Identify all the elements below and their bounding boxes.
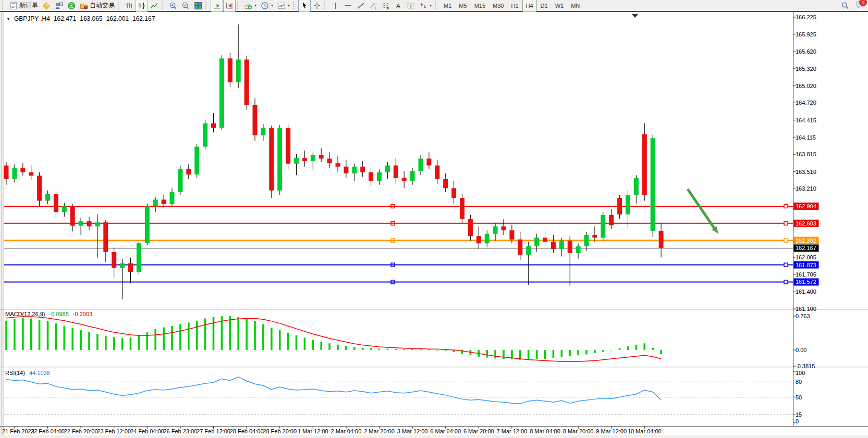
- rsi-line: [6, 377, 661, 404]
- svg-text:A: A: [396, 2, 401, 9]
- search-button[interactable]: [839, 0, 851, 12]
- timeframe-button-W1[interactable]: W1: [552, 0, 568, 12]
- rsi-level-lines: [4, 382, 793, 415]
- trendline-button[interactable]: [354, 0, 367, 12]
- notifications-button[interactable]: 1: [855, 0, 865, 11]
- horizontal-line-icon: [344, 2, 352, 10]
- svg-text:8 Mar 04:00: 8 Mar 04:00: [530, 428, 560, 434]
- chevron-down-icon[interactable]: ▾: [271, 3, 273, 8]
- zoom-in-button[interactable]: [167, 0, 179, 12]
- navigator-button[interactable]: [65, 0, 78, 12]
- periods-button[interactable]: ▾: [259, 0, 275, 12]
- hline-162.603[interactable]: [4, 221, 793, 225]
- toolbar-grip[interactable]: [2, 2, 6, 9]
- svg-text:161.873: 161.873: [796, 262, 816, 268]
- text-button[interactable]: A: [392, 0, 405, 12]
- horizontal-line-button[interactable]: [342, 0, 354, 12]
- rsi-name: RSI(14): [5, 370, 25, 376]
- zoom-out-button[interactable]: [179, 0, 192, 12]
- market-watch-button[interactable]: [40, 0, 53, 12]
- templates-button[interactable]: ▾: [275, 0, 292, 12]
- market-watch-icon: [42, 2, 51, 10]
- text-label-icon: T: [407, 2, 415, 10]
- chevron-down-icon[interactable]: ▾: [254, 3, 256, 8]
- svg-text:28 Feb 20:00: 28 Feb 20:00: [263, 428, 297, 434]
- timeframe-button-H4[interactable]: H4: [522, 0, 537, 12]
- toolbar-grip[interactable]: [118, 2, 121, 9]
- svg-text:28 Feb 04:00: 28 Feb 04:00: [230, 428, 264, 434]
- trend-arrow-annotation[interactable]: [688, 189, 718, 234]
- svg-text:21 Feb 2023: 21 Feb 2023: [2, 428, 34, 434]
- chevron-down-icon[interactable]: ▾: [430, 3, 432, 8]
- chevron-down-icon[interactable]: ▾: [288, 3, 290, 8]
- timeframe-button-H1[interactable]: H1: [507, 0, 522, 12]
- rsi-axis: 1008050150: [793, 370, 805, 424]
- toolbar-grip[interactable]: [324, 2, 328, 9]
- svg-text:2 Mar 04:00: 2 Mar 04:00: [331, 428, 362, 434]
- chart-collapse-icon[interactable]: ▼: [6, 17, 10, 21]
- data-window-button[interactable]: [53, 0, 65, 12]
- hline-162.302[interactable]: [4, 239, 793, 242]
- new-order-icon: [9, 2, 18, 10]
- svg-text:161.100: 161.100: [796, 306, 816, 312]
- chart-shift-marker[interactable]: [632, 14, 638, 18]
- bar-chart-button[interactable]: [123, 0, 136, 12]
- line-chart-button[interactable]: [148, 0, 161, 12]
- svg-text:163.510: 163.510: [796, 169, 816, 175]
- crosshair-icon: [313, 2, 321, 10]
- mt4-window: { "toolbar": { "new_order_label": "新订单",…: [0, 0, 868, 438]
- bar-chart-icon: [125, 2, 133, 10]
- svg-text:23 Feb 12:00: 23 Feb 12:00: [97, 428, 131, 434]
- timeframe-button-M1[interactable]: M1: [440, 0, 455, 12]
- timeframe-button-M15[interactable]: M15: [471, 0, 489, 12]
- crosshair-button[interactable]: [311, 0, 323, 12]
- fibonacci-button[interactable]: F: [380, 0, 392, 12]
- hline-162.904[interactable]: [4, 204, 793, 208]
- timeframe-button-MN[interactable]: MN: [567, 0, 583, 12]
- candlestick-series[interactable]: [4, 24, 664, 299]
- toolbar-grip[interactable]: [435, 2, 438, 9]
- svg-text:0.00: 0.00: [796, 347, 806, 353]
- timeframe-button-M5[interactable]: M5: [455, 0, 470, 12]
- candlestick-chart-button[interactable]: [136, 0, 148, 12]
- zoom-in-icon: [169, 2, 177, 10]
- svg-text:15: 15: [796, 411, 802, 418]
- svg-text:161.400: 161.400: [796, 289, 816, 295]
- arrows-button[interactable]: ▾: [417, 0, 434, 12]
- svg-text:50: 50: [796, 394, 802, 401]
- svg-text:3 Mar 12:00: 3 Mar 12:00: [397, 428, 428, 434]
- rsi-value: 44.1038: [29, 370, 50, 376]
- vertical-line-icon: [332, 2, 340, 10]
- svg-text:-0.3815: -0.3815: [796, 363, 815, 369]
- new-order-button[interactable]: 新订单: [7, 0, 40, 12]
- cursor-button[interactable]: [298, 0, 311, 12]
- timeframe-button-D1[interactable]: D1: [537, 0, 552, 12]
- toolbar-grip[interactable]: [162, 2, 165, 9]
- new-order-button-label: 新订单: [19, 1, 38, 10]
- svg-text:162.904: 162.904: [796, 203, 816, 209]
- svg-text:166.225: 166.225: [796, 14, 816, 20]
- vertical-line-button[interactable]: [329, 0, 342, 12]
- ohlc-high: 163.065: [80, 15, 102, 22]
- indicators-button[interactable]: ▾: [242, 0, 259, 12]
- date-axis[interactable]: 21 Feb 202322 Feb 04:0022 Feb 20:0023 Fe…: [2, 426, 662, 434]
- toolbar-grip[interactable]: [293, 2, 297, 9]
- text-label-button[interactable]: T: [405, 0, 417, 12]
- chart-shift-button[interactable]: [223, 0, 236, 12]
- channel-button[interactable]: E: [367, 0, 380, 12]
- symbol-period-label: GBPJPY-,H4: [14, 15, 50, 22]
- trendline-icon: [357, 2, 365, 10]
- chart-canvas[interactable]: 166.225165.925165.620165.320165.020164.7…: [0, 0, 868, 438]
- timeframe-button-M30[interactable]: M30: [489, 0, 507, 12]
- svg-text:162.603: 162.603: [796, 220, 816, 227]
- autotrading-button[interactable]: 自动交易: [78, 0, 117, 12]
- timeframe-group: M1M5M15M30H1H4D1W1MN: [440, 0, 583, 11]
- auto-scroll-button[interactable]: [211, 0, 223, 12]
- svg-text:162.302: 162.302: [796, 237, 816, 244]
- tile-windows-button[interactable]: [192, 0, 204, 12]
- text-icon: A: [394, 2, 402, 10]
- svg-text:E: E: [375, 6, 377, 9]
- macd-main-value: -0.0985: [49, 311, 68, 317]
- toolbar-grip[interactable]: [237, 2, 240, 9]
- toolbar-grip[interactable]: [205, 2, 209, 9]
